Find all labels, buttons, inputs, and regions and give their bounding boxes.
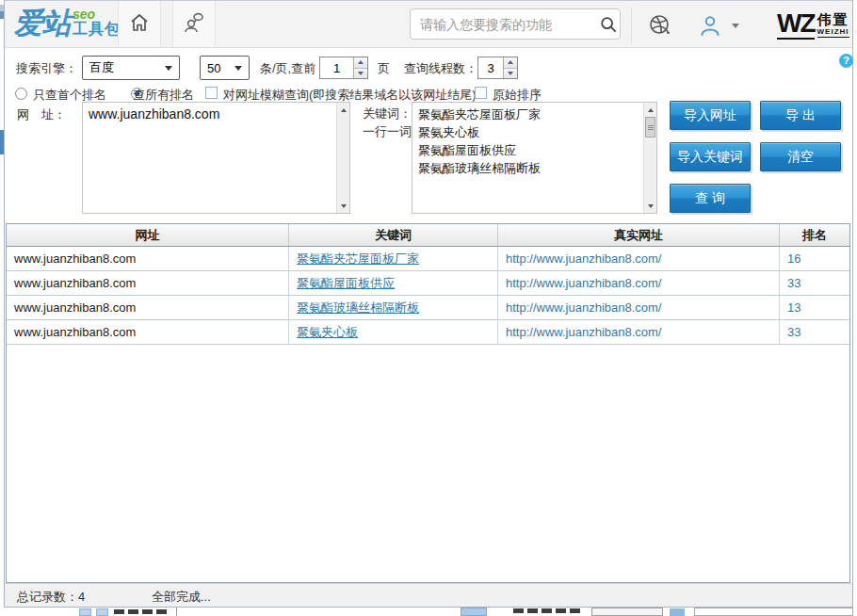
keywords-scrollbar[interactable] <box>643 103 656 213</box>
threads-up-button[interactable] <box>504 57 517 68</box>
engine-label: 搜索引擎： <box>16 60 77 77</box>
function-search <box>410 8 621 40</box>
cell-rank: 16 <box>787 251 800 266</box>
chevron-down-icon <box>234 66 242 74</box>
clear-button[interactable]: 清空 <box>760 142 841 171</box>
url-label: 网 址： <box>17 106 66 123</box>
search-icon[interactable] <box>596 15 620 34</box>
cell-keyword-link[interactable]: 聚氨酯玻璃丝棉隔断板 <box>297 300 419 316</box>
cell-url: www.juanzhiban8.com <box>7 247 289 270</box>
cell-url: www.juanzhiban8.com <box>7 320 289 344</box>
column-header-url[interactable]: 网址 <box>7 224 289 246</box>
cell-real-url-link[interactable]: http://www.juanzhiban8.com/ <box>506 276 661 290</box>
keyword-label: 关键词： <box>363 105 412 122</box>
feedback-button[interactable] <box>172 1 216 47</box>
column-header-real-url[interactable]: 真实网址 <box>498 224 780 246</box>
status-bar: 总记录数：4 全部完成... <box>5 583 852 607</box>
radio-first-rank[interactable] <box>15 88 27 100</box>
arrow-down-icon <box>358 72 364 78</box>
keywords-textarea[interactable]: 聚氨酯夹芯屋面板厂家 聚氨夹心板 聚氨酯屋面板供应 聚氨酯玻璃丝棉隔断板 <box>412 102 657 214</box>
pages-suffix-label: 页 <box>378 60 390 77</box>
query-button[interactable]: 查 询 <box>670 184 751 213</box>
background-window-fragment <box>114 609 167 614</box>
topbar-divider <box>631 7 632 42</box>
scroll-down-icon[interactable] <box>337 200 350 213</box>
scroll-up-icon[interactable] <box>337 103 350 116</box>
table-row[interactable]: www.juanzhiban8.com 聚氨酯屋面板供应 http://www.… <box>7 271 849 296</box>
threads-stepper: 3 <box>477 57 518 79</box>
search-input[interactable] <box>411 17 596 32</box>
table-row[interactable]: www.juanzhiban8.com 聚氨夹心板 http://www.jua… <box>7 320 849 345</box>
chevron-down-icon <box>165 66 172 74</box>
background-window-fragment <box>591 608 663 616</box>
app-logo: 爱站 seo 工具包 <box>14 6 121 41</box>
export-button[interactable]: 导 出 <box>760 101 841 130</box>
keyword-sublabel: 一行一词 <box>363 123 412 140</box>
per-page-selected-value: 50 <box>201 61 234 75</box>
logo-seo-text: seo <box>73 8 121 21</box>
pages-down-button[interactable] <box>354 68 367 79</box>
topbar: 爱站 seo 工具包 <box>5 1 852 48</box>
brand-wz-text: WZ <box>777 9 815 40</box>
background-window-fragment <box>79 608 91 616</box>
scroll-down-icon[interactable] <box>644 200 657 213</box>
cell-real-url-link[interactable]: http://www.juanzhiban8.com/ <box>506 325 661 339</box>
cell-url: www.juanzhiban8.com <box>7 296 289 319</box>
background-window-fragment <box>176 608 177 616</box>
user-icon <box>698 24 722 41</box>
original-order-checkbox[interactable] <box>475 87 487 99</box>
brand-logo: WZ 伟置 WEIZHI <box>777 9 849 40</box>
background-window-fragment <box>96 608 108 616</box>
keyword-line: 聚氨酯屋面板供应 <box>418 141 638 159</box>
column-header-rank[interactable]: 排名 <box>780 224 849 246</box>
per-page-select[interactable]: 50 <box>200 56 250 80</box>
scrollbar-thumb[interactable] <box>645 117 655 138</box>
account-caret-icon[interactable] <box>732 24 739 32</box>
cell-real-url-link[interactable]: http://www.juanzhiban8.com/ <box>506 300 661 315</box>
brand-cn-text: 伟置 <box>817 12 849 27</box>
table-row[interactable]: www.juanzhiban8.com 聚氨酯玻璃丝棉隔断板 http://ww… <box>7 296 849 320</box>
fuzzy-checkbox[interactable] <box>205 87 218 99</box>
app-window: 爱站 seo 工具包 <box>4 0 853 608</box>
background-window-fragment <box>694 608 853 616</box>
arrow-down-icon <box>508 72 513 78</box>
url-textarea-value: www.juanzhiban8.com <box>83 103 336 213</box>
help-button[interactable]: ? <box>839 54 853 68</box>
pages-value[interactable]: 1 <box>320 57 353 78</box>
account-button[interactable] <box>698 13 722 41</box>
import-urls-button[interactable]: 导入网址 <box>670 101 751 130</box>
brand-en-text: WEIZHI <box>817 27 849 38</box>
home-button[interactable] <box>118 1 161 47</box>
logo-text: 爱站 <box>14 6 71 41</box>
scroll-up-icon[interactable] <box>644 103 657 116</box>
logo-sub-text: 工具包 <box>73 21 121 38</box>
engine-selected-value: 百度 <box>83 59 165 76</box>
cell-rank: 33 <box>787 276 800 290</box>
cell-keyword-link[interactable]: 聚氨酯屋面板供应 <box>297 275 395 292</box>
threads-down-button[interactable] <box>504 68 517 79</box>
cell-rank: 13 <box>787 300 800 315</box>
cell-rank: 33 <box>787 325 800 339</box>
table-row[interactable]: www.juanzhiban8.com 聚氨酯夹芯屋面板厂家 http://ww… <box>7 247 849 271</box>
pages-prefix-label: 条/页,查前 <box>260 60 315 77</box>
cell-keyword-link[interactable]: 聚氨酯夹芯屋面板厂家 <box>297 251 419 267</box>
total-records-label: 总记录数：4 <box>17 589 85 606</box>
pages-up-button[interactable] <box>354 57 367 68</box>
import-keywords-button[interactable]: 导入关键词 <box>670 142 751 171</box>
screen: 爱站 seo 工具包 <box>0 0 857 616</box>
engine-select[interactable]: 百度 <box>82 56 180 80</box>
column-header-keyword[interactable]: 关键词 <box>289 224 498 246</box>
cell-keyword-link[interactable]: 聚氨夹心板 <box>297 324 358 341</box>
cell-url: www.juanzhiban8.com <box>7 271 289 295</box>
threads-value[interactable]: 3 <box>478 57 503 78</box>
globe-tools-icon <box>647 24 672 41</box>
network-settings-button[interactable] <box>647 12 672 41</box>
keyword-line: 聚氨夹心板 <box>418 123 638 141</box>
cell-real-url-link[interactable]: http://www.juanzhiban8.com/ <box>506 251 661 266</box>
threads-label: 查询线程数： <box>404 60 477 77</box>
background-window-fragment <box>670 608 685 616</box>
url-scrollbar[interactable] <box>336 103 349 213</box>
background-window-fragment <box>513 608 580 613</box>
keyword-line: 聚氨酯玻璃丝棉隔断板 <box>418 159 638 177</box>
url-textarea[interactable]: www.juanzhiban8.com <box>82 102 350 214</box>
